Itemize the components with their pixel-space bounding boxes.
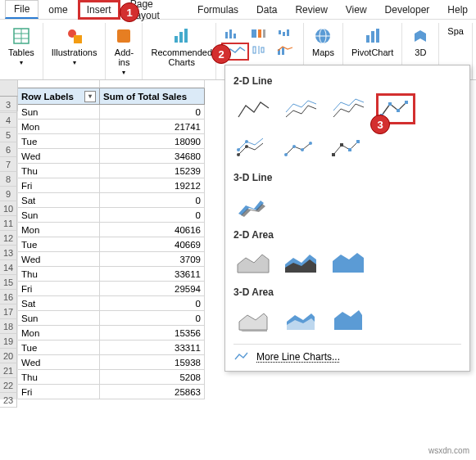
cell-label[interactable]: Tue [18,134,100,149]
cell-label[interactable]: Mon [18,223,100,237]
recommended-charts-button[interactable]: Recommended Charts [149,25,214,69]
row-header[interactable]: 4 [0,113,17,128]
hierarchy-chart-button[interactable] [247,26,272,41]
3d-area-type-2[interactable] [281,304,320,336]
row-header[interactable]: 10 [0,201,17,216]
cell-label[interactable]: Sun [18,105,100,120]
row-header[interactable]: 17 [0,304,17,319]
cell-label[interactable]: Sun [18,311,100,326]
tab-review[interactable]: Review [287,2,335,18]
3d-line-type[interactable] [233,190,273,221]
row-header[interactable]: 22 [0,378,17,393]
row-header[interactable]: 15 [0,275,17,290]
filter-dropdown-icon[interactable]: ▾ [84,91,96,102]
tab-view[interactable]: View [338,2,375,18]
line-chart-type-6[interactable] [281,133,320,164]
cell-value[interactable]: 0 [100,311,205,326]
tables-button[interactable]: Tables ▾ [7,25,36,68]
cell-label[interactable]: Sat [18,193,100,208]
column-chart-button[interactable] [221,26,246,41]
cell-label[interactable]: Sun [18,208,100,223]
waterfall-chart-button[interactable] [274,26,298,41]
line-chart-type-2[interactable] [281,93,320,124]
cell-value[interactable]: 33611 [100,267,205,282]
cell-label[interactable]: Mon [18,120,100,134]
row-header[interactable]: 23 [0,393,17,408]
3d-area-type-3[interactable] [329,304,368,336]
cell-label[interactable]: Fri [18,282,100,296]
row-labels-header[interactable]: Row Labels ▾ [18,88,100,104]
row-header[interactable]: 21 [0,363,17,378]
cell-label[interactable]: Tue [18,340,100,355]
svg-rect-14 [258,29,261,38]
stat-chart-button[interactable] [247,43,272,57]
addins-button[interactable]: Add- ins ▾ [112,25,135,78]
cell-label[interactable]: Wed [18,355,100,370]
cell-value[interactable]: 15239 [100,164,205,178]
cell-value[interactable]: 40616 [100,223,205,237]
3d-map-button[interactable]: 3D [409,25,432,59]
tab-developer[interactable]: Developer [377,2,438,18]
cell-value[interactable]: 25863 [100,385,205,399]
cell-value[interactable]: 3709 [100,252,205,267]
cell-label[interactable]: Mon [18,326,100,340]
cell-label[interactable]: Fri [18,178,100,193]
cell-label[interactable]: Thu [18,164,100,178]
tab-formulas[interactable]: Formulas [189,2,247,18]
cell-label[interactable]: Thu [18,267,100,282]
cell-label[interactable]: Tue [18,237,100,252]
line-chart-type-3[interactable] [329,93,368,124]
line-chart-type-5[interactable] [233,133,273,164]
cell-value[interactable]: 34680 [100,149,205,164]
row-header[interactable]: 3 [0,97,17,113]
row-header[interactable]: 7 [0,157,17,172]
cell-value[interactable]: 0 [100,208,205,223]
combo-chart-button[interactable] [274,43,298,57]
cell-value[interactable]: 15356 [100,326,205,340]
cell-value[interactable]: 0 [100,193,205,208]
row-header[interactable]: 5 [0,128,17,142]
row-header[interactable]: 13 [0,246,17,260]
tab-file[interactable]: File [5,0,39,19]
row-header[interactable]: 12 [0,231,17,246]
row-header[interactable]: 19 [0,334,17,349]
cell-label[interactable]: Fri [18,385,100,399]
row-header[interactable]: 16 [0,290,17,304]
cell-value[interactable]: 5208 [100,370,205,385]
area-chart-type-2[interactable] [281,247,320,278]
area-chart-type-3[interactable] [329,247,368,278]
row-header[interactable]: 11 [0,216,17,231]
sparklines-button[interactable]: Spa [446,25,465,38]
illustrations-button[interactable]: Illustrations ▾ [50,25,99,68]
cell-label[interactable]: Thu [18,370,100,385]
cell-value[interactable]: 40669 [100,237,205,252]
3d-area-type-1[interactable] [233,304,273,336]
more-line-charts[interactable]: More Line Charts... [233,344,461,363]
area-chart-type-1[interactable] [233,247,273,278]
line-chart-type-7[interactable] [329,131,368,162]
cell-value[interactable]: 18090 [100,134,205,149]
pivotchart-button[interactable]: PivotChart [350,25,395,59]
row-header[interactable]: 18 [0,319,17,334]
line-chart-type-1[interactable] [233,93,273,124]
cell-value[interactable]: 19212 [100,178,205,193]
tab-help[interactable]: Help [439,2,476,18]
cell-label[interactable]: Wed [18,252,100,267]
cell-label[interactable]: Sat [18,296,100,311]
cell-label[interactable]: Wed [18,149,100,164]
row-header[interactable]: 8 [0,172,17,187]
row-header[interactable]: 14 [0,260,17,275]
row-header[interactable]: 6 [0,142,17,157]
tab-insert[interactable]: Insert [78,0,120,20]
cell-value[interactable]: 0 [100,105,205,120]
cell-value[interactable]: 33311 [100,340,205,355]
cell-value[interactable]: 0 [100,296,205,311]
cell-value[interactable]: 29594 [100,282,205,296]
tab-data[interactable]: Data [248,2,285,18]
cell-value[interactable]: 15938 [100,355,205,370]
row-header[interactable]: 20 [0,349,17,363]
tab-home[interactable]: ome [40,2,75,18]
cell-value[interactable]: 21741 [100,120,205,134]
row-header[interactable]: 9 [0,187,17,201]
maps-button[interactable]: Maps [311,25,336,59]
